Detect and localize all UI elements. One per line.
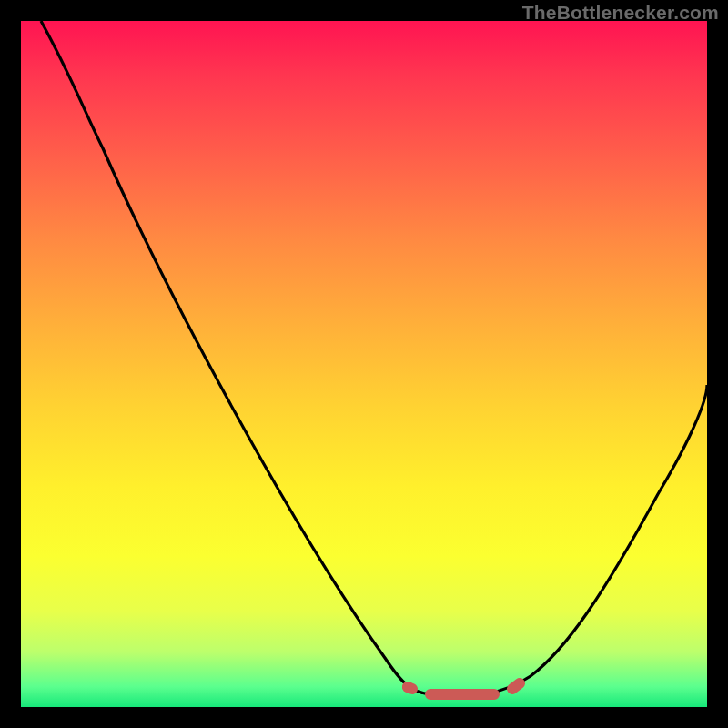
bottleneck-curve-line [41,21,707,695]
optimal-range-start-dot [402,682,413,693]
chart-svg [21,21,707,707]
chart-plot-area [21,21,707,707]
watermark-text: TheBottlenecker.com [522,2,719,24]
